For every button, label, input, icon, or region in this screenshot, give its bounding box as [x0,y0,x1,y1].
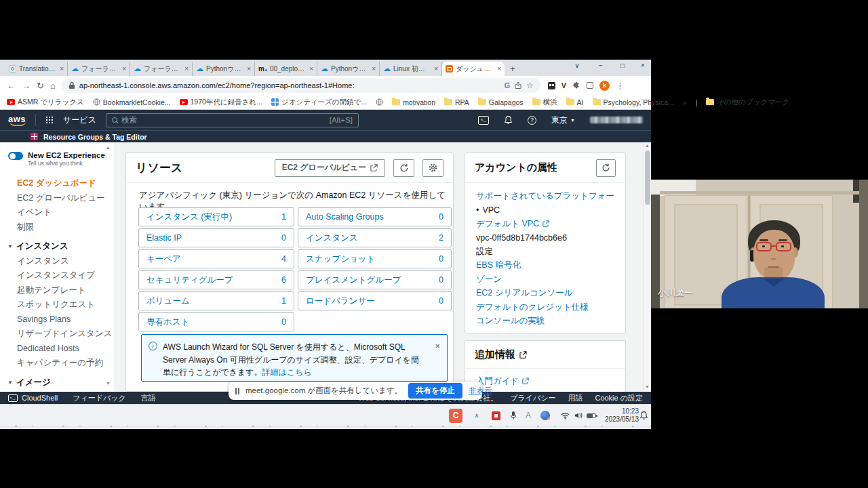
services-grid-icon[interactable] [45,116,54,124]
tab-deploy[interactable]: m 00_deploy_ov × [255,62,317,76]
sidebar-item-instances[interactable]: インスタンス [0,254,114,269]
resource-security-groups[interactable]: セキュリティグループ6 [138,270,294,289]
scrollbar-thumb[interactable] [645,150,650,205]
bookmark-folder-motivation[interactable]: motivation [392,98,435,106]
sidebar-item-savings-plans[interactable]: Savings Plans [0,312,114,327]
zones-link[interactable]: ゾーン [476,272,614,287]
ebs-encryption-link[interactable]: EBS 暗号化 [476,259,614,273]
region-selector[interactable]: 東京 ▼ [551,115,575,126]
bookmark-1970s[interactable]: 1970年代に録音され... [180,98,262,107]
bookmark-folder-galapagos[interactable]: Galapagos [478,98,524,106]
bookmark-folder-ai[interactable]: AI [566,98,584,106]
new-experience-toggle[interactable] [8,152,23,160]
taskbar-clock[interactable]: 10:23 2023/05/13 [598,405,639,426]
resource-instances-running[interactable]: インスタンス (実行中)1 [138,207,294,226]
bookmark-folder-yokohama[interactable]: 横浜 [532,98,557,107]
stop-sharing-button[interactable]: 共有を停止 [408,383,462,399]
tab-close-icon[interactable]: × [184,65,189,73]
help-icon[interactable]: ? [528,116,536,125]
window-chevron-icon[interactable]: ∨ [572,62,583,69]
bookmarks-overflow-icon[interactable]: » [683,98,687,106]
profile-avatar[interactable]: k [599,81,610,91]
refresh-button[interactable] [596,159,616,177]
bookmark-bookmarklet[interactable]: BookmarkletCookie... [93,98,171,106]
sidebar-item-events[interactable]: イベント [0,205,114,220]
tray-chevron-icon[interactable]: ∧ [472,405,481,426]
resource-groups-link[interactable]: Resource Groups & Tag Editor [43,133,147,141]
resource-elastic-ip[interactable]: Elastic IP0 [138,228,294,247]
google-icon[interactable]: G [504,81,510,89]
bookmark-star-icon[interactable]: ☆ [526,81,534,89]
resource-dedicated-hosts[interactable]: 専有ホスト0 [138,312,294,331]
microphone-icon[interactable] [509,405,517,426]
tampermonkey-icon[interactable] [548,82,555,89]
scroll-up-icon[interactable]: ▲ [645,143,650,148]
tab-forum-note-1[interactable]: ☁ フォーラムノート × [68,62,130,76]
resource-instances[interactable]: インスタンス2 [298,228,452,247]
tray-red-app-icon[interactable] [491,405,500,426]
tab-close-icon[interactable]: × [60,65,64,73]
tray-blue-app-icon[interactable] [540,405,550,426]
services-menu[interactable]: サービス [63,115,96,126]
resource-key-pairs[interactable]: キーペア4 [138,249,294,268]
getting-started-guide-link[interactable]: 入門ガイド [476,374,614,388]
settings-button[interactable] [422,159,443,177]
page-scrollbar[interactable]: ▲ ▼ [643,142,651,392]
tab-close-icon[interactable]: × [309,65,313,73]
cloudshell-icon[interactable]: >_ [478,116,489,125]
notifications-bell-icon[interactable] [504,115,513,125]
sidebar-item-limits[interactable]: 制限 [0,220,114,235]
aws-logo[interactable]: aws [8,114,26,126]
resource-volumes[interactable]: ボリューム1 [138,291,294,310]
footer-privacy[interactable]: プライバシー [510,393,555,403]
other-bookmarks[interactable]: その他のブックマーク [706,98,789,107]
tab-close-icon[interactable]: × [434,65,438,73]
tab-translation[interactable]: Translation 翻 × [5,62,68,76]
account-menu-redacted[interactable] [590,117,643,123]
aws-search-input[interactable]: 検索 [Alt+S] [106,113,359,127]
tab-close-icon[interactable]: × [497,65,501,73]
bookmark-geocities[interactable]: ジオシティーズの閉鎖で... [271,98,367,107]
bookmark-asmr[interactable]: ASMR でリラックス [7,98,84,107]
sidebar-item-instance-types[interactable]: インスタンスタイプ [0,268,114,283]
battery-icon[interactable] [585,405,597,426]
camtasia-app-icon[interactable]: C [448,405,463,426]
sidebar-section-images[interactable]: ▼イメージ [0,375,114,390]
footer-feedback[interactable]: フィードバック [73,393,126,403]
refresh-button[interactable] [393,159,414,177]
banner-learn-more-link[interactable]: 詳細はこちら [262,367,312,377]
bookmark-globe-only[interactable] [376,98,383,106]
reload-icon[interactable]: ↻ [37,81,44,90]
scroll-down-icon[interactable]: ▼ [645,384,650,389]
sidebar-section-instances[interactable]: ▼インスタンス [0,239,114,254]
banner-close-icon[interactable]: × [435,341,440,375]
resource-placement-groups[interactable]: プレイスメントグループ0 [298,270,452,289]
console-experiments-link[interactable]: コンソールの実験 [476,314,614,329]
chrome-menu-icon[interactable]: ⋮ [616,81,625,90]
tab-close-icon[interactable]: × [247,65,251,73]
v-extension-icon[interactable]: V [561,81,566,89]
tab-forum-note-2[interactable]: ☁ フォーラムノート × [130,62,193,76]
footer-terms[interactable]: 用語 [568,393,583,403]
notification-center-icon[interactable] [639,405,648,426]
bookmark-folder-psychology[interactable]: Psychology, Physica... [593,98,674,106]
sidebar-scroll-up-icon[interactable]: ▲ [106,145,111,150]
side-panel-icon[interactable] [587,82,593,89]
hide-link[interactable]: 非表示 [469,386,492,396]
tab-linux-beginner[interactable]: ☁ Linux 初心者 × [380,62,442,76]
tab-close-icon[interactable]: × [122,65,126,73]
extensions-puzzle-icon[interactable] [572,81,580,89]
sidebar-item-reserved-instances[interactable]: リザーブドインスタンス [0,327,114,342]
new-tab-button[interactable]: + [510,64,515,74]
tab-close-icon[interactable]: × [372,65,376,73]
address-input[interactable]: ap-northeast-1.console.aws.amazon.com/ec… [62,78,540,93]
resource-auto-scaling-groups[interactable]: Auto Scaling Groups0 [298,207,452,226]
sidebar-scroll-down-icon[interactable]: ▼ [106,381,111,386]
footer-cookie-settings[interactable]: Cookie の設定 [595,393,643,403]
sidebar-item-dedicated-hosts[interactable]: Dedicated Hosts [0,342,114,357]
share-icon[interactable] [514,81,522,89]
close-icon[interactable]: × [91,152,96,162]
back-icon[interactable]: ← [7,81,16,90]
tab-python-web-2[interactable]: ☁ Pythonウェブフ × [317,62,380,76]
default-credit-spec-link[interactable]: デフォルトのクレジット仕様 [476,300,614,314]
